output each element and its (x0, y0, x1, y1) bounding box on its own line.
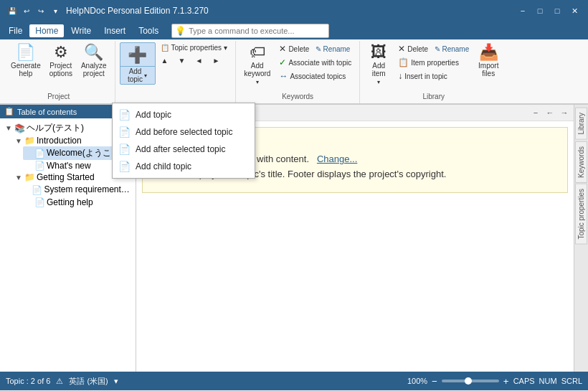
content-back-button[interactable]: ← (544, 106, 556, 119)
add-topic-icon-area: ➕ (120, 43, 155, 67)
add-child-label: Add child topic (136, 161, 191, 171)
item-props-label: Item properties (411, 59, 459, 67)
add-topic-label: Addtopic (128, 67, 143, 83)
content-minus-button[interactable]: − (529, 106, 542, 119)
sysreq-toggle (24, 186, 30, 194)
project-options-button[interactable]: ⚙ Projectoptions (46, 42, 76, 80)
analyze-project-icon: 🔍 (84, 44, 103, 60)
ribbon-group-topic: ➕ Addtopic ▾ 📋 Topic properties ▾ (115, 41, 237, 103)
tree-item-gettinghelp[interactable]: 📄 Getting help (23, 197, 133, 208)
menu-file[interactable]: File (3, 24, 28, 37)
lightbulb-icon: 💡 (175, 26, 186, 36)
add-topic-button[interactable]: ➕ Addtopic ▾ (120, 42, 156, 85)
add-item-button[interactable]: 🖼 Additem ▾ (364, 42, 393, 88)
assoc-label: Associate with topic (288, 59, 351, 67)
topic-properties-button[interactable]: 📋 Topic properties ▾ (157, 42, 232, 53)
add-topic-dropdown-menu: 📄 Add topic 📄 Add before selected topic … (112, 103, 255, 179)
language-label[interactable]: 英語 (米国) (69, 376, 108, 387)
add-topic-dropdown-arrow: ▾ (144, 72, 147, 79)
add-item-arrow: ▾ (377, 79, 380, 85)
generate-help-label: Generatehelp (11, 62, 41, 77)
insert-in-topic-button[interactable]: ↓ Insert in topic (394, 70, 473, 83)
toc-title: Table of contents (17, 108, 77, 116)
gettinghelp-icon: 📄 (34, 197, 45, 207)
ribbon-group-keywords: 🏷 Addkeyword ▾ ✕ Delete ✎ Rename ✓ Assoc… (236, 41, 360, 103)
generate-help-button[interactable]: 📄 Generatehelp (7, 42, 44, 80)
intro-label: Introduction (37, 136, 82, 146)
zoom-label: 100% (407, 377, 427, 385)
zoom-in-button[interactable]: + (503, 376, 509, 387)
analyze-project-button[interactable]: 🔍 Analyzeproject (77, 42, 110, 80)
command-box[interactable]: 💡 (171, 24, 329, 38)
menu-insert[interactable]: Insert (98, 24, 131, 37)
quick-undo-button[interactable]: ↩ (20, 4, 33, 17)
move-left-button[interactable]: ◄ (191, 55, 207, 66)
project-buttons: 📄 Generatehelp ⚙ Projectoptions 🔍 Analyz… (7, 42, 110, 91)
dropdown-add-topic[interactable]: 📄 Add topic (113, 106, 255, 123)
tree-item-sysreq[interactable]: 📄 System requirements(システム!) (23, 183, 133, 197)
import-files-button[interactable]: 📥 Importfiles (474, 42, 503, 80)
move-buttons-row: ▲ ▼ ◄ ► (157, 54, 232, 67)
delete-lib-button[interactable]: ✕ Delete ✎ Rename (394, 42, 473, 55)
sysreq-label: System requirements(システム!) (44, 184, 131, 196)
command-input[interactable] (189, 27, 326, 35)
move-right-button[interactable]: ► (209, 55, 224, 66)
sysreq-icon: 📄 (32, 185, 42, 195)
content-change-link[interactable]: Change... (317, 154, 357, 164)
item-properties-button[interactable]: 📋 Item properties (394, 56, 473, 69)
add-keyword-label: Addkeyword (244, 62, 270, 77)
assoc-topics-icon: ↔ (279, 71, 288, 81)
whatsnew-icon: 📄 (34, 161, 45, 171)
add-keyword-button[interactable]: 🏷 Addkeyword ▾ (240, 42, 274, 88)
zoom-slider[interactable] (442, 380, 499, 382)
associated-topics-button[interactable]: ↔ Associated topics (275, 70, 355, 83)
dropdown-add-before[interactable]: 📄 Add before selected topic (113, 123, 255, 141)
quick-save-button[interactable]: 💾 (6, 4, 19, 17)
quick-redo-button[interactable]: ↪ (34, 4, 47, 17)
title-bar: 💾 ↩ ↪ ▾ HelpNDoc Personal Edition 7.1.3.… (0, 0, 588, 22)
right-tab-topic-properties[interactable]: Topic properties (575, 184, 587, 245)
project-group-label: Project (7, 91, 110, 102)
welcome-toggle (24, 149, 33, 157)
project-options-label: Projectoptions (49, 62, 72, 77)
rename-lib-sep: ✎ Rename (430, 45, 469, 53)
caps-lock-label: CAPS (513, 377, 535, 385)
root-toggle: ▼ (4, 124, 13, 132)
intro-icon: 📁 (24, 136, 35, 146)
add-after-label: Add after selected topic (136, 144, 225, 154)
menu-tools[interactable]: Tools (133, 24, 164, 37)
add-topic-menu-icon: 📄 (118, 109, 130, 121)
analyze-project-label: Analyzeproject (81, 62, 107, 77)
minimize-button[interactable]: − (515, 3, 531, 19)
add-before-label: Add before selected topic (136, 127, 232, 137)
keywords-buttons: 🏷 Addkeyword ▾ ✕ Delete ✎ Rename ✓ Assoc… (240, 42, 355, 91)
zoom-out-button[interactable]: − (432, 376, 437, 387)
restore-button[interactable]: □ (532, 3, 548, 19)
project-options-icon: ⚙ (54, 44, 68, 60)
menu-write[interactable]: Write (65, 24, 97, 37)
add-item-icon: 🖼 (371, 44, 387, 60)
content-forward-button[interactable]: → (558, 106, 571, 119)
move-up-button[interactable]: ▲ (157, 55, 173, 66)
delete-keyword-button[interactable]: ✕ Delete ✎ Rename (275, 42, 355, 55)
add-topic-menu-label: Add topic (136, 110, 171, 120)
import-files-icon: 📥 (479, 44, 498, 60)
quick-dropdown-button[interactable]: ▾ (49, 4, 62, 17)
app-title: HelpNDoc Personal Edition 7.1.3.270 (66, 6, 209, 16)
dropdown-add-child[interactable]: 📄 Add child topic (113, 158, 255, 175)
gettinghelp-toggle (24, 199, 33, 207)
library-side-buttons: ✕ Delete ✎ Rename 📋 Item properties ↓ In… (394, 42, 473, 83)
topic-properties-label: Topic properties (171, 44, 222, 52)
close-button[interactable]: ✕ (566, 3, 582, 19)
menu-home[interactable]: Home (29, 24, 64, 37)
move-down-button[interactable]: ▼ (174, 55, 190, 66)
maximize-button[interactable]: □ (549, 3, 565, 19)
right-tab-keywords[interactable]: Keywords (575, 141, 587, 183)
ribbon: 📄 Generatehelp ⚙ Projectoptions 🔍 Analyz… (0, 39, 588, 105)
add-topic-icon: ➕ (128, 46, 147, 64)
associate-topic-button[interactable]: ✓ Associate with topic (275, 56, 355, 69)
right-tab-library[interactable]: Library (575, 108, 587, 140)
add-topic-label-area: Addtopic ▾ (125, 67, 150, 84)
add-keyword-icon: 🏷 (250, 44, 265, 60)
dropdown-add-after[interactable]: 📄 Add after selected topic (113, 141, 255, 158)
